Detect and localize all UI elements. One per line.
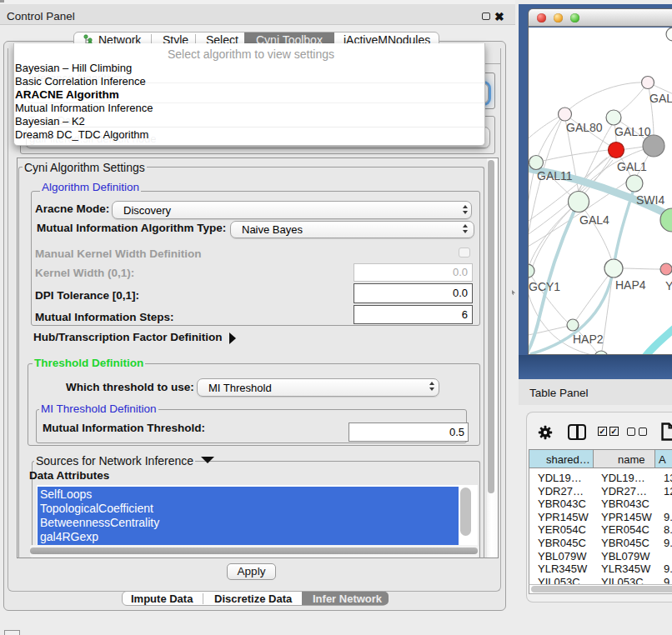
svg-text:GAL11: GAL11 [537, 169, 573, 182]
svg-text:GAL80: GAL80 [566, 121, 603, 134]
svg-text:Y: Y [665, 279, 672, 292]
svg-text:GAL4: GAL4 [579, 213, 609, 227]
svg-text:GAL10: GAL10 [614, 125, 651, 138]
svg-text:GAL1: GAL1 [617, 160, 647, 173]
svg-text:SWI4: SWI4 [636, 193, 664, 207]
svg-text:HAP4: HAP4 [615, 278, 646, 292]
svg-text:HAP2: HAP2 [573, 332, 604, 346]
svg-text:GCY1: GCY1 [529, 280, 560, 293]
svg-text:GAL2: GAL2 [649, 92, 672, 105]
